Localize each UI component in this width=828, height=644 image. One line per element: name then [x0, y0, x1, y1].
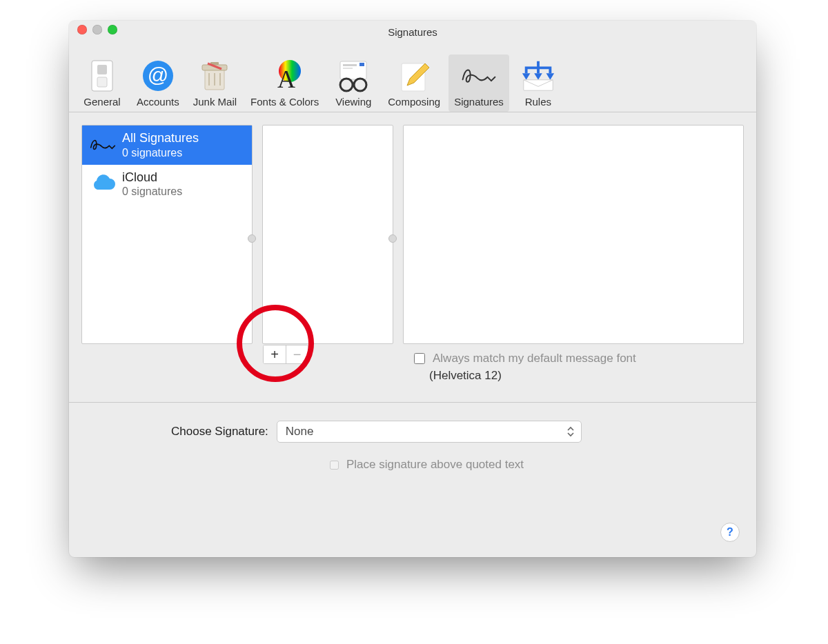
svg-rect-1: [97, 65, 107, 74]
match-font-checkbox[interactable]: [414, 353, 425, 364]
place-above-label: Place signature above quoted text: [346, 458, 524, 472]
svg-rect-16: [359, 63, 364, 66]
tab-label: General: [83, 96, 120, 108]
tab-composing[interactable]: Composing: [382, 54, 446, 112]
tab-label: Rules: [525, 96, 551, 108]
tab-label: Accounts: [137, 96, 179, 108]
match-font-row[interactable]: Always match my default message font: [411, 351, 744, 366]
tab-fonts-colors[interactable]: A Fonts & Colors: [245, 54, 324, 112]
choose-signature-value: None: [286, 425, 314, 439]
signature-icon: [89, 131, 117, 159]
tab-label: Viewing: [335, 96, 371, 108]
fonts-colors-icon: A: [266, 57, 304, 94]
tab-label: Signatures: [454, 96, 504, 108]
signature-icon: [460, 57, 497, 94]
window-controls: [77, 25, 117, 34]
at-icon: @: [139, 57, 177, 94]
svg-point-18: [354, 79, 366, 91]
tab-general[interactable]: General: [76, 54, 128, 112]
tab-accounts[interactable]: @ Accounts: [131, 54, 185, 112]
rules-icon: [520, 57, 557, 94]
column-resize-handle[interactable]: [388, 234, 397, 243]
svg-rect-14: [343, 64, 357, 66]
place-above-row[interactable]: Place signature above quoted text: [81, 458, 744, 472]
account-sub: 0 signatures: [122, 146, 199, 159]
choose-signature-select[interactable]: None: [277, 421, 582, 443]
default-font-display: (Helvetica 12): [411, 369, 744, 383]
signatures-content: All Signatures 0 signatures iCloud 0 sig…: [69, 112, 756, 484]
match-font-label: Always match my default message font: [433, 352, 636, 365]
svg-text:@: @: [148, 63, 168, 86]
close-window-button[interactable]: [77, 25, 87, 34]
tab-label: Composing: [388, 96, 440, 108]
svg-rect-2: [97, 77, 107, 87]
account-item-icloud[interactable]: iCloud 0 signatures: [82, 165, 252, 204]
account-sub: 0 signatures: [122, 185, 182, 198]
choose-signature-label: Choose Signature:: [171, 425, 268, 439]
column-resize-handle[interactable]: [248, 234, 256, 243]
tab-junk-mail[interactable]: Junk Mail: [188, 54, 242, 112]
glasses-envelope-icon: [335, 57, 372, 94]
account-item-all-signatures[interactable]: All Signatures 0 signatures: [82, 125, 252, 165]
svg-text:A: A: [277, 66, 295, 93]
accounts-list[interactable]: All Signatures 0 signatures iCloud 0 sig…: [81, 125, 253, 344]
account-name: All Signatures: [122, 131, 199, 146]
icloud-icon: [89, 170, 117, 198]
trash-icon: [196, 57, 233, 94]
tab-label: Junk Mail: [193, 96, 237, 108]
svg-rect-15: [343, 68, 353, 69]
chevron-up-down-icon: [564, 424, 577, 439]
switch-icon: [83, 57, 121, 94]
preferences-window: Signatures General @ Accounts Junk Mail …: [69, 21, 756, 557]
signature-preview[interactable]: [403, 125, 744, 344]
window-title: Signatures: [388, 23, 437, 38]
preferences-toolbar: General @ Accounts Junk Mail A Fonts & C…: [69, 41, 756, 112]
svg-rect-20: [524, 80, 553, 90]
tab-rules[interactable]: Rules: [512, 54, 564, 112]
zoom-window-button[interactable]: [108, 25, 117, 34]
divider: [69, 402, 756, 403]
compose-icon: [395, 57, 433, 94]
help-button[interactable]: ?: [720, 523, 740, 542]
add-signature-button[interactable]: +: [264, 345, 286, 363]
tab-signatures[interactable]: Signatures: [448, 54, 509, 112]
place-above-checkbox: [330, 461, 339, 470]
tab-label: Fonts & Colors: [250, 96, 319, 108]
minimize-window-button[interactable]: [92, 25, 102, 34]
signatures-list[interactable]: + −: [262, 125, 393, 344]
tab-viewing[interactable]: Viewing: [327, 54, 379, 112]
remove-signature-button: −: [286, 345, 308, 363]
titlebar: Signatures: [69, 21, 756, 41]
help-icon: ?: [727, 526, 733, 539]
svg-point-17: [340, 79, 353, 91]
account-name: iCloud: [122, 170, 182, 185]
